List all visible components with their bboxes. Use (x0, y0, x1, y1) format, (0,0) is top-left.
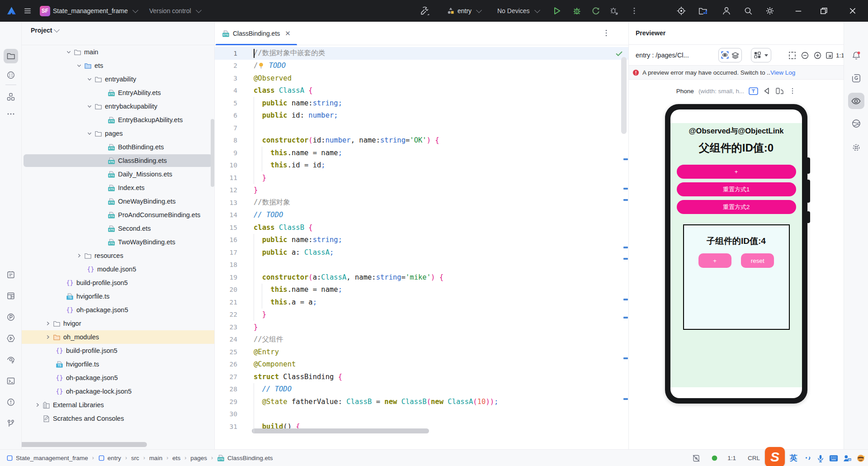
settings-icon[interactable] (765, 0, 775, 22)
tree-item-ets[interactable]: ets (22, 59, 215, 72)
tree-item-main[interactable]: main (22, 45, 215, 59)
layers-icon[interactable] (731, 51, 740, 59)
run-config-widget[interactable]: entry (447, 0, 481, 22)
code-line-28[interactable]: 28 // TODO (215, 383, 628, 396)
project-widget[interactable]: SF State_management_frame (40, 0, 137, 22)
tree-item-module-json5[interactable]: {}module.json5 (22, 262, 215, 276)
services-tool-button[interactable] (4, 331, 18, 346)
status-ok-dot[interactable] (712, 455, 717, 461)
rerun-button[interactable] (591, 0, 600, 22)
code-line-20[interactable]: 20 this.name = name; (215, 284, 628, 296)
chevron-down-icon[interactable] (86, 130, 93, 137)
close-tab-icon[interactable]: ✕ (285, 29, 291, 38)
tree-item-oh-package-json5[interactable]: {}oh-package.json5 (22, 303, 215, 317)
tree-item-hvigorfile-ts[interactable]: TShvigorfile.ts (22, 357, 215, 371)
tree-item-proandconsumebinding-ets[interactable]: ETSProAndConsumeBinding.ets (22, 208, 215, 222)
breadcrumb-main[interactable]: main (149, 455, 162, 461)
orientation-icon[interactable] (775, 87, 784, 95)
chevron-down-icon[interactable] (764, 52, 769, 58)
breadcrumb-entry[interactable]: entry (98, 455, 121, 461)
increment-button[interactable]: + (677, 165, 796, 179)
ime-emoji-icon[interactable] (856, 454, 865, 463)
zoom-in-icon[interactable] (813, 51, 822, 60)
code-line-15[interactable]: 15class ClassB { (215, 221, 628, 234)
text-mode-icon[interactable] (749, 87, 758, 95)
view-log-link[interactable]: View Log (770, 69, 795, 76)
code-line-4[interactable]: 4class ClassA { (215, 85, 628, 97)
ime-punctuation-icon[interactable] (804, 454, 812, 462)
code-line-3[interactable]: 3@Observed (215, 72, 628, 85)
debug-button[interactable] (572, 0, 581, 22)
tree-item-classbinding-ets[interactable]: ETSClassBinding.ets (22, 154, 215, 167)
breadcrumb-pages[interactable]: pages (190, 455, 207, 461)
preview-target-label[interactable]: entry : /pages/Cl... (636, 52, 689, 59)
globe-button[interactable] (848, 115, 864, 132)
chevron-right-icon[interactable] (44, 333, 52, 341)
tree-item-index-ets[interactable]: ETSIndex.ets (22, 181, 215, 195)
code-line-21[interactable]: 21 this.a = a; (215, 296, 628, 309)
more-tools-button[interactable] (4, 107, 18, 121)
tree-item-hvigor[interactable]: hvigor (22, 317, 215, 330)
ime-lang-indicator[interactable]: 英 (790, 453, 797, 463)
code-line-17[interactable]: 17 public a: ClassA; (215, 246, 628, 259)
highlighting-off-icon[interactable] (692, 454, 701, 463)
reset-method2-button[interactable]: 重置方式2 (677, 200, 796, 214)
editor-more-icon[interactable] (602, 29, 610, 38)
code-line-14[interactable]: 14// TODO (215, 209, 628, 222)
tree-item-entrybackupability-ets[interactable]: ETSEntryBackupAbility.ets (22, 113, 215, 127)
profile-icon[interactable] (722, 0, 731, 22)
ime-mic-icon[interactable] (816, 454, 825, 462)
frame-select-icon[interactable] (788, 51, 797, 60)
search-icon[interactable] (743, 0, 753, 22)
previewer-tab-button[interactable] (848, 93, 864, 109)
code-line-7[interactable]: 7 (215, 122, 628, 134)
tree-item-build-profile-json5[interactable]: {}build-profile.json5 (22, 344, 215, 357)
tree-item-oh-package-lock-json5[interactable]: {}oh-package-lock.json5 (22, 385, 215, 398)
child-increment-button[interactable]: + (698, 253, 731, 268)
preview-more-icon[interactable] (789, 87, 796, 95)
chevron-right-icon[interactable] (44, 320, 52, 327)
todo-tool-button[interactable] (4, 267, 18, 282)
problems-tool-button[interactable] (4, 310, 18, 324)
code-line-5[interactable]: 5 public name:string; (215, 97, 628, 109)
ime-account-icon[interactable]: 34 (843, 454, 852, 462)
codelinter-tool-button[interactable] (4, 352, 18, 367)
problems-view-tool-button[interactable] (4, 395, 18, 409)
more-actions-icon[interactable] (630, 0, 638, 22)
tree-item-twowaybinding-ets[interactable]: ETSTwoWayBinding.ets (22, 235, 215, 249)
locate-icon[interactable] (676, 0, 686, 22)
code-line-9[interactable]: 9 this.name = name; (215, 147, 628, 159)
zoom-ratio-label[interactable]: 1:1 (836, 52, 844, 59)
code-line-27[interactable]: 27struct ClassBinding { (215, 371, 628, 383)
build-icon[interactable] (420, 0, 430, 22)
tree-item-build-profile-json5[interactable]: {}build-profile.json5 (22, 276, 215, 290)
code-line-24[interactable]: 24//父组件 (215, 333, 628, 346)
code-line-19[interactable]: 19 constructor(a:ClassA, name:string='mi… (215, 271, 628, 284)
window-minimize-button[interactable] (794, 0, 803, 22)
chevron-down-icon[interactable] (86, 103, 93, 110)
tree-item-entryability-ets[interactable]: ETSEntryAbility.ets (22, 86, 215, 100)
tree-item-bothbinding-ets[interactable]: ETSBothBinding.ets (22, 140, 215, 154)
code-view[interactable]: 1//数据对象中嵌套的类2/ TODO3@Observed4class Clas… (215, 47, 628, 433)
code-line-25[interactable]: 25@Entry (215, 346, 628, 358)
breadcrumb-state-management-frame[interactable]: State_management_frame (6, 455, 88, 461)
tab-classbinding[interactable]: ETS ClassBinding.ets ✕ (216, 22, 297, 45)
code-line-22[interactable]: 22 } (215, 309, 628, 321)
code-line-30[interactable]: 30 (215, 408, 628, 421)
code-line-18[interactable]: 18 (215, 259, 628, 271)
tree-horizontal-scrollbar[interactable] (22, 442, 147, 447)
code-line-26[interactable]: 26@Component (215, 358, 628, 371)
tree-item-entryability[interactable]: entryability (22, 72, 215, 86)
git-tool-button[interactable] (4, 416, 18, 431)
sogou-ime-logo[interactable]: S (765, 447, 785, 466)
zoom-out-icon[interactable] (801, 51, 809, 60)
project-panel-header[interactable]: Project (22, 22, 214, 38)
code-line-23[interactable]: 23} (215, 321, 628, 333)
rotate-left-icon[interactable] (763, 87, 771, 95)
tree-item-second-ets[interactable]: ETSSecond.ets (22, 222, 215, 235)
editor-horizontal-scrollbar[interactable] (252, 428, 429, 433)
notifications-button[interactable] (848, 48, 864, 64)
code-line-8[interactable]: 8 constructor(id:number, name:string='OK… (215, 134, 628, 147)
indent-status[interactable]: 1:1 (727, 455, 736, 461)
editor-vertical-scrollbar[interactable] (621, 57, 627, 134)
